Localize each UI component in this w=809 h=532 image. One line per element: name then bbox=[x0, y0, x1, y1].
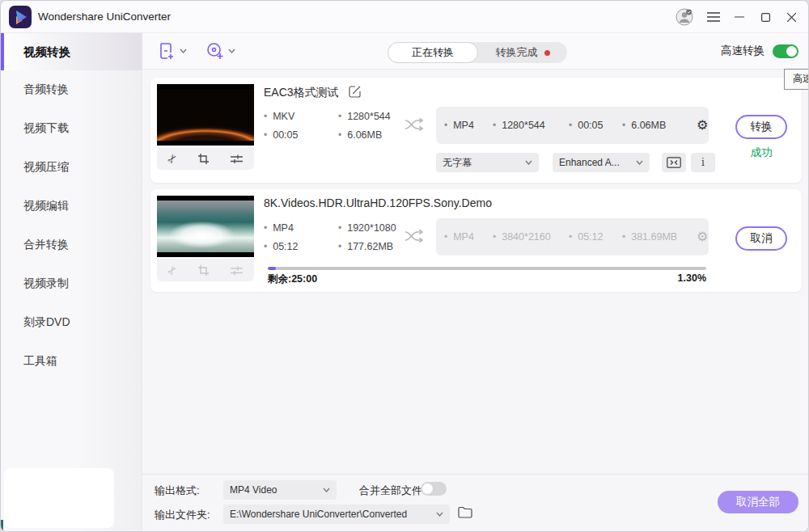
add-disc-icon bbox=[205, 41, 225, 61]
output-size: 6.06MB bbox=[622, 120, 688, 131]
sidebar-item-label: 视频录制 bbox=[23, 277, 69, 291]
account-avatar-icon[interactable] bbox=[674, 7, 695, 27]
sidebar-item-merge-convert[interactable]: 合并转换 bbox=[1, 226, 142, 264]
fast-convert-label: 高速转换 bbox=[721, 44, 765, 58]
folder-icon bbox=[458, 506, 472, 518]
chevron-down-icon bbox=[436, 512, 443, 517]
output-folder-value: E:\Wondershare UniConverter\Converted bbox=[230, 509, 407, 520]
toggle-knob bbox=[422, 483, 433, 494]
sidebar-item-label: 刻录DVD bbox=[23, 315, 70, 330]
fast-convert-toggle[interactable] bbox=[773, 44, 798, 58]
corner-accent bbox=[1, 520, 3, 532]
minimize-icon[interactable] bbox=[729, 7, 750, 27]
output-format: MP4 bbox=[444, 231, 493, 243]
chevron-down-icon bbox=[228, 49, 235, 53]
video-thumbnail bbox=[157, 196, 254, 257]
source-info: MP4 1920*1080 05:12 177.62MB bbox=[264, 218, 396, 255]
trim-icon[interactable]: ✂ bbox=[164, 151, 180, 167]
chevron-down-icon bbox=[525, 160, 532, 165]
sidebar-item-label: 工具箱 bbox=[23, 354, 57, 369]
subtitle-dropdown[interactable]: 无字幕 bbox=[436, 153, 539, 172]
source-resolution: 1280*544 bbox=[338, 107, 391, 125]
source-size: 6.06MB bbox=[338, 125, 391, 144]
source-duration: 00:05 bbox=[264, 125, 338, 144]
task-row: ✂ 8K.Videos.HDR.UltraHD.120FPS.Sony.Demo… bbox=[150, 189, 802, 292]
chevron-down-icon bbox=[180, 49, 187, 53]
sidebar: 视频转换 音频转换 视频下载 视频压缩 视频编辑 合并转换 视频录制 刻录DVD… bbox=[1, 33, 142, 531]
collapse-icon bbox=[667, 157, 681, 168]
output-folder-dropdown[interactable]: E:\Wondershare UniConverter\Converted bbox=[223, 505, 450, 524]
convert-tabs: 正在转换 转换完成 bbox=[388, 42, 567, 63]
thumb-toolbar: ✂ bbox=[157, 147, 254, 170]
open-folder-button[interactable] bbox=[458, 506, 472, 521]
progress-bar bbox=[268, 267, 706, 270]
app-logo-icon bbox=[9, 6, 32, 28]
fast-convert-control: 高速转换 bbox=[721, 44, 798, 58]
source-resolution: 1920*1080 bbox=[338, 218, 396, 237]
convert-to-icon bbox=[404, 116, 425, 136]
sidebar-item-video-download[interactable]: 视频下载 bbox=[1, 109, 142, 148]
cancel-button[interactable]: 取消 bbox=[735, 226, 787, 251]
sidebar-item-label: 视频下载 bbox=[23, 121, 69, 136]
trim-icon: ✂ bbox=[164, 263, 180, 278]
titlebar: Wondershare UniConverter bbox=[1, 1, 808, 33]
subtitle-position-button[interactable] bbox=[662, 153, 686, 172]
output-settings-box: MP4 1280*544 00:05 6.06MB ⚙ bbox=[436, 107, 709, 144]
load-dvd-button[interactable] bbox=[205, 41, 235, 61]
task-title: EAC3格式测试 bbox=[264, 86, 339, 100]
crop-icon[interactable] bbox=[197, 153, 210, 165]
source-duration: 05:12 bbox=[264, 237, 338, 255]
sidebar-item-label: 视频编辑 bbox=[23, 199, 69, 213]
close-icon[interactable] bbox=[781, 7, 802, 27]
sidebar-item-screen-record[interactable]: 视频录制 bbox=[1, 264, 142, 303]
sidebar-item-video-convert[interactable]: 视频转换 bbox=[1, 33, 142, 70]
task-row: ✂ EAC3格式测试 MKV 1280*544 0 bbox=[150, 78, 802, 183]
output-format-label: 输出格式: bbox=[155, 483, 200, 498]
tab-finished[interactable]: 转换完成 bbox=[478, 42, 567, 63]
source-size: 177.62MB bbox=[338, 237, 396, 255]
fast-convert-tooltip: 高速 bbox=[784, 69, 809, 90]
sidebar-item-audio-convert[interactable]: 音频转换 bbox=[1, 70, 142, 109]
gear-icon: ⚙ bbox=[693, 230, 711, 243]
output-format-value: MP4 Video bbox=[230, 484, 277, 496]
audio-track-value: Enhanced A... bbox=[559, 157, 620, 168]
tab-converting[interactable]: 正在转换 bbox=[388, 42, 478, 63]
audio-track-dropdown[interactable]: Enhanced A... bbox=[553, 153, 650, 172]
sidebar-item-label: 合并转换 bbox=[23, 238, 69, 252]
add-file-icon bbox=[157, 41, 176, 61]
output-format-dropdown[interactable]: MP4 Video bbox=[223, 480, 337, 500]
content-header: 正在转换 转换完成 高速转换 bbox=[142, 33, 808, 70]
sidebar-item-video-edit[interactable]: 视频编辑 bbox=[1, 187, 142, 226]
output-duration: 00:05 bbox=[569, 120, 622, 131]
output-resolution: 3840*2160 bbox=[493, 231, 569, 243]
output-size: 381.69MB bbox=[622, 231, 688, 243]
cancel-all-button[interactable]: 取消全部 bbox=[718, 491, 798, 513]
output-duration: 05:12 bbox=[569, 231, 622, 243]
thumb-toolbar: ✂ bbox=[157, 259, 254, 281]
output-settings-box: MP4 3840*2160 05:12 381.69MB ⚙ bbox=[436, 218, 709, 255]
merge-all-toggle[interactable] bbox=[421, 482, 447, 496]
output-format: MP4 bbox=[444, 120, 493, 131]
maximize-icon[interactable] bbox=[755, 7, 776, 27]
app-window: Wondershare UniConverter 视频转换 bbox=[0, 0, 809, 532]
subtitle-value: 无字幕 bbox=[443, 156, 472, 170]
output-folder-label: 输出文件夹: bbox=[155, 508, 210, 522]
source-info: MKV 1280*544 00:05 6.06MB bbox=[264, 107, 391, 144]
info-button[interactable]: i bbox=[691, 153, 715, 172]
effect-sliders-icon[interactable] bbox=[230, 154, 244, 164]
gear-icon[interactable]: ⚙ bbox=[693, 119, 711, 132]
add-files-button[interactable] bbox=[157, 41, 187, 61]
tab-label: 转换完成 bbox=[496, 45, 538, 60]
sidebar-item-burn-dvd[interactable]: 刻录DVD bbox=[1, 303, 142, 342]
chevron-down-icon bbox=[323, 488, 330, 492]
crop-icon bbox=[197, 264, 210, 277]
toggle-knob bbox=[786, 46, 797, 57]
sidebar-item-label: 视频压缩 bbox=[23, 160, 69, 175]
progress-percent: 1.30% bbox=[268, 272, 706, 284]
sidebar-item-toolbox[interactable]: 工具箱 bbox=[1, 342, 142, 381]
rename-icon[interactable] bbox=[349, 85, 362, 101]
sidebar-item-video-compress[interactable]: 视频压缩 bbox=[1, 148, 142, 187]
menu-icon[interactable] bbox=[703, 7, 724, 27]
convert-button[interactable]: 转换 bbox=[735, 115, 787, 139]
app-title: Wondershare UniConverter bbox=[38, 11, 171, 23]
